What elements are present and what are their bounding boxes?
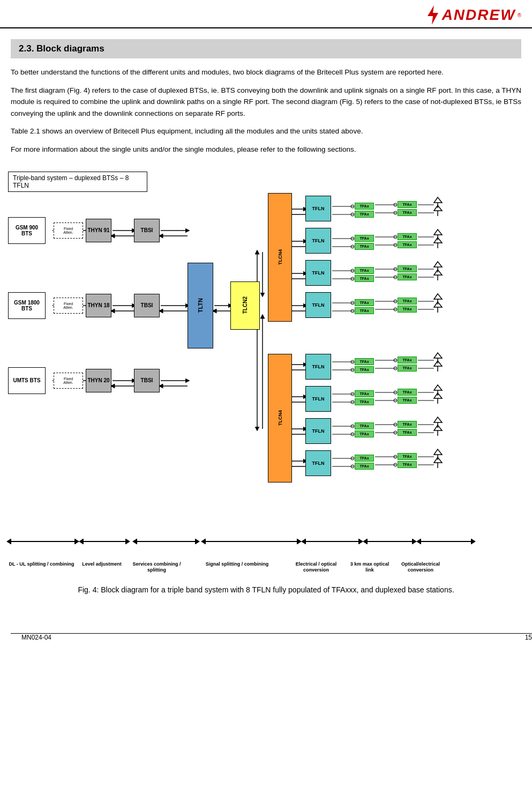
tfax-s3-1: TFAx: [398, 265, 417, 272]
svg-marker-176: [363, 539, 367, 544]
tfax-s1-1: TFAx: [398, 201, 417, 208]
svg-marker-148: [434, 457, 442, 463]
svg-marker-0: [428, 5, 438, 25]
tfax-s8-1: TFAx: [398, 453, 417, 460]
tfax-s6-2: TFAx: [398, 397, 417, 404]
tfax-8-1: TFAx: [355, 455, 374, 462]
tfax-s4-1: TFAx: [398, 298, 417, 305]
tlcn4-top: TLCN4: [268, 193, 292, 322]
svg-point-76: [394, 235, 397, 239]
svg-marker-172: [359, 539, 363, 544]
tfax-6-2: TFAx: [355, 398, 374, 405]
svg-point-96: [394, 423, 397, 426]
svg-point-53: [351, 309, 354, 313]
svg-point-44: [351, 237, 354, 240]
tfax-s7-2: TFAx: [398, 429, 417, 436]
svg-point-72: [394, 203, 397, 206]
svg-point-49: [351, 277, 354, 280]
tfax-s8-2: TFAx: [398, 461, 417, 468]
paragraph-1: To better understand the functions of th…: [11, 66, 521, 78]
arrow-label-2: Level adjustment: [78, 561, 126, 574]
page-wrapper: ANDREW ® 2.3. Block diagrams To better u…: [0, 0, 532, 809]
diagram-container: Triple-band system – duplexed BTSs – 8 T…: [5, 166, 520, 531]
svg-point-40: [351, 205, 354, 208]
footer-left: MN024-04: [21, 634, 51, 641]
svg-point-41: [351, 213, 354, 216]
svg-point-73: [394, 211, 397, 214]
footer: MN024-04 15: [11, 633, 532, 641]
svg-marker-167: [297, 539, 302, 544]
tfln-3: TFLN: [305, 260, 331, 286]
svg-marker-144: [434, 425, 442, 431]
tfax-1-1: TFAx: [355, 203, 374, 210]
svg-point-80: [394, 268, 397, 271]
tfax-2-1: TFAx: [355, 235, 374, 242]
thyn-20: THYN 20: [86, 369, 111, 392]
tfax-5-2: TFAx: [355, 366, 374, 373]
thyn-18: THYN 18: [86, 294, 111, 317]
tfax-s1-2: TFAx: [398, 209, 417, 216]
svg-point-92: [394, 391, 397, 394]
svg-marker-136: [434, 361, 442, 366]
tfax-s7-1: TFAx: [398, 421, 417, 428]
arrow-label-4: Signal splitting / combining: [188, 561, 287, 574]
tfax-5-1: TFAx: [355, 358, 374, 365]
content-area: 2.3. Block diagrams To better understand…: [0, 39, 532, 622]
diagram-area: Triple-band system – duplexed BTSs – 8 T…: [5, 166, 527, 574]
tlcn4-bottom: TLCN4: [268, 354, 292, 483]
svg-point-97: [394, 431, 397, 434]
svg-marker-157: [126, 539, 130, 544]
tfln-5: TFLN: [305, 354, 331, 380]
svg-point-101: [394, 463, 397, 466]
tfln-8: TFLN: [305, 450, 331, 476]
arrow-label-1: DL - UL splitting / combining: [5, 561, 78, 574]
svg-marker-152: [75, 539, 79, 544]
svg-marker-134: [434, 353, 442, 358]
svg-marker-132: [434, 302, 442, 307]
svg-marker-130: [434, 294, 442, 299]
tfax-s2-2: TFAx: [398, 241, 417, 248]
svg-marker-140: [434, 393, 442, 398]
tfax-s4-2: TFAx: [398, 306, 417, 313]
svg-point-89: [394, 367, 397, 370]
svg-marker-120: [434, 205, 442, 211]
tfax-3-2: TFAx: [355, 275, 374, 282]
svg-point-84: [394, 300, 397, 303]
logo: ANDREW ®: [425, 5, 521, 25]
tfax-s5-2: TFAx: [398, 365, 417, 372]
svg-marker-171: [301, 539, 305, 544]
tfln-4: TFLN: [305, 292, 331, 318]
tfax-s3-2: TFAx: [398, 273, 417, 280]
tbsi-1: TBSI: [134, 219, 160, 242]
bts-umts: UMTS BTS: [8, 367, 46, 394]
footer-right: 15: [525, 634, 532, 641]
lightning-icon: [425, 5, 440, 25]
section-title: 2.3. Block diagrams: [11, 39, 521, 58]
tfln-2: TFLN: [305, 228, 331, 254]
arrows-section: [5, 533, 520, 560]
tfax-7-2: TFAx: [355, 431, 374, 437]
svg-point-60: [351, 392, 354, 396]
tfax-s6-1: TFAx: [398, 389, 417, 396]
header: ANDREW ®: [0, 0, 532, 28]
arrow-labels-row: DL - UL splitting / combining Level adju…: [5, 561, 520, 574]
svg-marker-166: [201, 539, 205, 544]
tfax-4-1: TFAx: [355, 299, 374, 306]
tfax-6-1: TFAx: [355, 390, 374, 397]
tbsi-3: TBSI: [134, 369, 160, 392]
arrow-label-7: Optical/electrical conversion: [394, 561, 447, 574]
svg-point-88: [394, 359, 397, 362]
tfln-1: TFLN: [305, 196, 331, 221]
tfax-2-2: TFAx: [355, 243, 374, 250]
tbsi-2: TBSI: [134, 294, 160, 317]
fixed-atten-1: Fixed Atten.: [54, 222, 83, 239]
tltn: TLTN: [188, 263, 213, 348]
svg-point-48: [351, 269, 354, 272]
svg-marker-151: [6, 539, 11, 544]
svg-point-81: [394, 276, 397, 279]
tfln-6: TFLN: [305, 386, 331, 412]
svg-marker-161: [132, 539, 137, 544]
svg-marker-128: [434, 270, 442, 275]
svg-marker-162: [196, 539, 200, 544]
svg-marker-118: [434, 197, 442, 203]
